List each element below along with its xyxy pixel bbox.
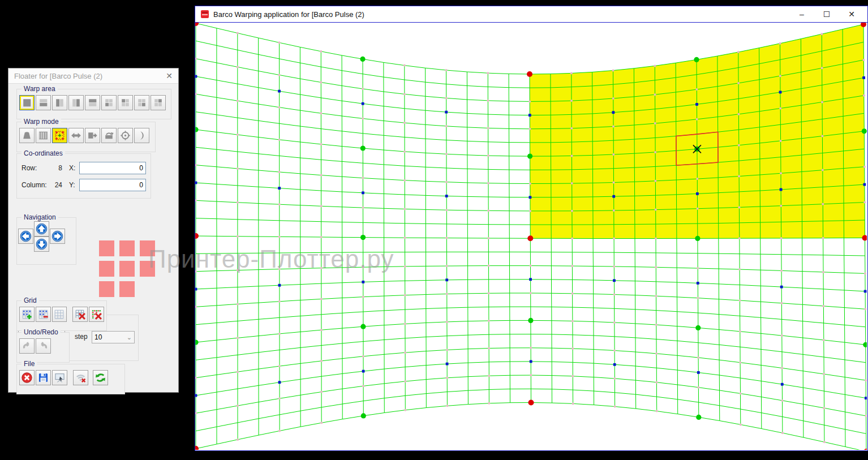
file-save-icon: [37, 372, 49, 384]
grid-remove-point-button[interactable]: [36, 307, 51, 322]
floater-title: Floater for [Barco Pulse (2): [14, 72, 102, 80]
warp-area-label: Warp area: [22, 85, 58, 93]
undo-redo-group: Undo/Redo: [16, 332, 70, 363]
grid-delete-button[interactable]: [72, 307, 88, 322]
area-left-icon: [54, 97, 66, 109]
warp-mode-arc-button[interactable]: [101, 128, 117, 143]
column-value: 24: [51, 181, 62, 189]
mode-linearity-icon: [37, 130, 49, 141]
mode-center-icon: [119, 130, 131, 141]
file-disconnect-button[interactable]: [73, 370, 88, 385]
step-value: 10: [94, 333, 102, 341]
warp-area-bottom-half-button[interactable]: [36, 95, 51, 110]
step-label: step: [75, 333, 88, 341]
nav-right-button[interactable]: [50, 229, 65, 244]
warp-area-quad-bottom-right-button[interactable]: [134, 95, 149, 110]
warp-canvas[interactable]: [195, 23, 867, 450]
y-input[interactable]: [79, 179, 146, 191]
file-close-button[interactable]: [19, 370, 35, 385]
nav-left-icon: [20, 230, 32, 242]
warp-area-top-half-button[interactable]: [85, 95, 100, 110]
mode-curve-icon: [136, 130, 148, 141]
nav-right-icon: [51, 230, 63, 242]
coordinates-label: Co-ordinates: [22, 149, 65, 157]
x-label: X:: [69, 164, 79, 172]
warp-mode-shift-button[interactable]: [85, 128, 100, 143]
grid-add-point-button[interactable]: [19, 307, 35, 322]
nav-up-icon: [36, 223, 48, 235]
column-label: Column:: [22, 181, 51, 189]
warp-mesh[interactable]: [195, 23, 867, 450]
chevron-down-icon: ⌄: [127, 334, 132, 341]
file-group: File: [16, 364, 125, 394]
file-projector-icon: [54, 372, 66, 384]
warp-area-left-half-button[interactable]: [52, 95, 67, 110]
nav-down-icon: [36, 238, 48, 250]
grid-remove-icon: [37, 308, 49, 320]
coordinates-group: Co-ordinates Row: 8 X: Column: 24 Y:: [16, 153, 151, 199]
grid-show-button[interactable]: [52, 307, 67, 322]
warp-area-full-button[interactable]: [19, 95, 35, 110]
barco-logo-icon: [201, 10, 209, 18]
warp-area-quad-top-right-button[interactable]: [151, 95, 166, 110]
step-combobox[interactable]: 10 ⌄: [92, 331, 135, 343]
mode-arc-icon: [103, 130, 115, 141]
warp-mode-shift-horizontal-button[interactable]: [68, 128, 84, 143]
area-quad-bl-icon: [103, 97, 115, 109]
file-close-icon: [21, 372, 33, 384]
grid-add-icon: [21, 308, 33, 320]
file-label: File: [22, 360, 37, 368]
grid-delete-points-button[interactable]: [89, 307, 104, 322]
warp-mode-curve-button[interactable]: [134, 128, 149, 143]
file-projector-button[interactable]: [52, 370, 67, 385]
warp-mode-center-button[interactable]: [118, 128, 133, 143]
y-label: Y:: [69, 181, 79, 189]
grid-label: Grid: [22, 296, 39, 304]
close-icon[interactable]: ✕: [839, 7, 864, 22]
main-window-title: Barco Warping application for [Barco Pul…: [213, 10, 364, 19]
row-label: Row:: [22, 164, 51, 172]
area-right-icon: [70, 97, 82, 109]
warp-mode-grid-points-button[interactable]: [52, 128, 67, 143]
file-wifi-x-icon: [75, 372, 87, 384]
mode-warp-points-icon: [54, 130, 66, 141]
warp-area-right-half-button[interactable]: [68, 95, 84, 110]
file-save-button[interactable]: [36, 370, 51, 385]
area-quad-tr-icon: [152, 97, 164, 109]
area-bottom-icon: [37, 97, 49, 109]
warp-mode-keystone-button[interactable]: [19, 128, 35, 143]
row-value: 8: [51, 164, 62, 172]
area-quad-br-icon: [136, 97, 148, 109]
area-top-icon: [87, 97, 98, 109]
warp-mode-linearity-button[interactable]: [36, 128, 51, 143]
undo-arrow-icon: [21, 340, 33, 352]
warp-area-quad-top-left-button[interactable]: [118, 95, 133, 110]
redo-arrow-icon: [37, 340, 49, 352]
minimize-icon[interactable]: –: [789, 7, 814, 22]
navigation-label: Navigation: [22, 213, 58, 221]
warp-area-quad-bottom-left-button[interactable]: [101, 95, 117, 110]
warp-mode-group: Warp mode: [16, 122, 156, 152]
nav-up-button[interactable]: [34, 221, 49, 237]
grid-delete-icon: [74, 308, 86, 320]
nav-down-button[interactable]: [34, 237, 49, 252]
undo-button[interactable]: [19, 338, 35, 354]
grid-plain-icon: [53, 308, 65, 320]
grid-points-delete-icon: [91, 308, 102, 320]
x-input[interactable]: [79, 162, 146, 174]
warp-area-group: Warp area: [16, 89, 171, 119]
floater-titlebar[interactable]: Floater for [Barco Pulse (2) ✕: [8, 68, 178, 84]
redo-button[interactable]: [36, 338, 51, 354]
nav-left-button[interactable]: [18, 229, 33, 244]
main-window-titlebar[interactable]: Barco Warping application for [Barco Pul…: [195, 6, 867, 23]
maximize-icon[interactable]: ☐: [814, 7, 839, 22]
undo-redo-label: Undo/Redo: [22, 328, 61, 336]
file-refresh-button[interactable]: [93, 370, 108, 385]
area-full-icon: [21, 97, 33, 109]
navigation-group: Navigation: [16, 217, 76, 265]
area-quad-tl-icon: [119, 97, 131, 109]
floater-close-icon[interactable]: ✕: [166, 71, 173, 80]
file-refresh-icon: [94, 372, 106, 384]
window-controls: – ☐ ✕: [789, 7, 864, 22]
floater-window: Floater for [Barco Pulse (2) ✕ Warp area…: [8, 68, 179, 393]
